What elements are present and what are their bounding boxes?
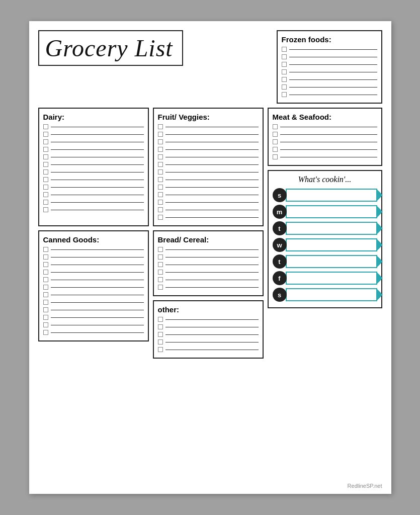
- checkbox[interactable]: [43, 270, 48, 275]
- checklist-item: [158, 154, 259, 159]
- checklist-item: [43, 132, 144, 137]
- checkbox[interactable]: [43, 177, 48, 182]
- line: [289, 87, 377, 88]
- checkbox[interactable]: [43, 300, 48, 305]
- line: [165, 142, 259, 142]
- checkbox[interactable]: [158, 162, 163, 167]
- checkbox[interactable]: [158, 254, 163, 260]
- checklist-item: [158, 262, 259, 267]
- checkbox[interactable]: [158, 324, 163, 329]
- checkbox[interactable]: [158, 285, 163, 290]
- day-row: t: [273, 254, 377, 269]
- line: [280, 142, 377, 142]
- checkbox[interactable]: [43, 154, 48, 159]
- day-arrow: t: [273, 254, 377, 269]
- checkbox[interactable]: [43, 285, 48, 290]
- checklist-item: [158, 317, 259, 322]
- checklist-item: [273, 147, 377, 152]
- line: [51, 157, 144, 157]
- checkbox[interactable]: [43, 147, 48, 152]
- checkbox[interactable]: [43, 185, 48, 190]
- checkbox[interactable]: [43, 139, 48, 144]
- checkbox[interactable]: [158, 177, 163, 182]
- checkbox[interactable]: [158, 270, 163, 275]
- checkbox[interactable]: [282, 47, 287, 52]
- checkbox[interactable]: [158, 277, 163, 282]
- checkbox[interactable]: [273, 147, 278, 152]
- line: [280, 127, 377, 127]
- checklist-item: [43, 139, 144, 144]
- checkbox[interactable]: [43, 254, 48, 260]
- checkbox[interactable]: [282, 62, 287, 67]
- checklist-item: [158, 324, 259, 329]
- day-row: m: [273, 205, 377, 219]
- checkbox[interactable]: [282, 54, 287, 59]
- checklist-item: [158, 177, 259, 182]
- checkbox[interactable]: [158, 339, 163, 345]
- day-arrow: f: [273, 271, 377, 285]
- line: [289, 57, 377, 57]
- checkbox[interactable]: [158, 154, 163, 159]
- checkbox[interactable]: [43, 277, 48, 282]
- checkbox[interactable]: [282, 69, 287, 74]
- checkbox[interactable]: [158, 124, 163, 129]
- canned-goods-title: Canned Goods:: [43, 235, 144, 244]
- checkbox[interactable]: [158, 192, 163, 197]
- checkbox[interactable]: [273, 139, 278, 144]
- checkbox[interactable]: [43, 262, 48, 267]
- checkbox[interactable]: [273, 132, 278, 137]
- line: [280, 149, 377, 150]
- checkbox[interactable]: [158, 132, 163, 137]
- checkbox[interactable]: [158, 185, 163, 190]
- checkbox[interactable]: [158, 169, 163, 175]
- line: [51, 325, 144, 325]
- line: [51, 257, 144, 258]
- line: [51, 210, 144, 210]
- checkbox[interactable]: [43, 207, 48, 212]
- checkbox[interactable]: [158, 317, 163, 322]
- line: [165, 149, 259, 150]
- checkbox[interactable]: [158, 347, 163, 352]
- checkbox[interactable]: [158, 147, 163, 152]
- line: [51, 180, 144, 180]
- day-circle: s: [273, 288, 287, 302]
- checkbox[interactable]: [158, 247, 163, 252]
- meat-seafood-section: Meat & Seafood:: [268, 108, 382, 166]
- line: [165, 249, 259, 250]
- whats-cookin-section: What's cookin'... s m t w t: [268, 170, 382, 308]
- checkbox[interactable]: [43, 315, 48, 320]
- checklist-item: [158, 169, 259, 175]
- checkbox[interactable]: [43, 292, 48, 297]
- checkbox[interactable]: [158, 262, 163, 267]
- checkbox[interactable]: [43, 322, 48, 327]
- checkbox[interactable]: [43, 192, 48, 197]
- checkbox[interactable]: [282, 77, 287, 82]
- checkbox[interactable]: [158, 215, 163, 220]
- checkbox[interactable]: [158, 207, 163, 212]
- checkbox[interactable]: [158, 139, 163, 144]
- checkbox[interactable]: [273, 124, 278, 129]
- checklist-item: [43, 262, 144, 267]
- checkbox[interactable]: [282, 84, 287, 90]
- checkbox[interactable]: [43, 247, 48, 252]
- checkbox[interactable]: [43, 124, 48, 129]
- line: [51, 202, 144, 203]
- checkbox[interactable]: [273, 154, 278, 159]
- line: [165, 319, 259, 320]
- checkbox[interactable]: [43, 200, 48, 205]
- checkbox[interactable]: [282, 92, 287, 97]
- day-circle: m: [273, 205, 287, 219]
- line: [51, 172, 144, 173]
- checkbox[interactable]: [43, 162, 48, 167]
- canned-goods-section: Canned Goods:: [38, 230, 149, 341]
- checkbox[interactable]: [43, 330, 48, 335]
- day-arrow: s: [273, 288, 377, 302]
- checklist-item: [158, 162, 259, 167]
- day-rect: [286, 272, 377, 285]
- checkbox[interactable]: [158, 200, 163, 205]
- checkbox[interactable]: [43, 169, 48, 175]
- checkbox[interactable]: [158, 332, 163, 337]
- line: [165, 127, 259, 127]
- checkbox[interactable]: [43, 307, 48, 312]
- checkbox[interactable]: [43, 132, 48, 137]
